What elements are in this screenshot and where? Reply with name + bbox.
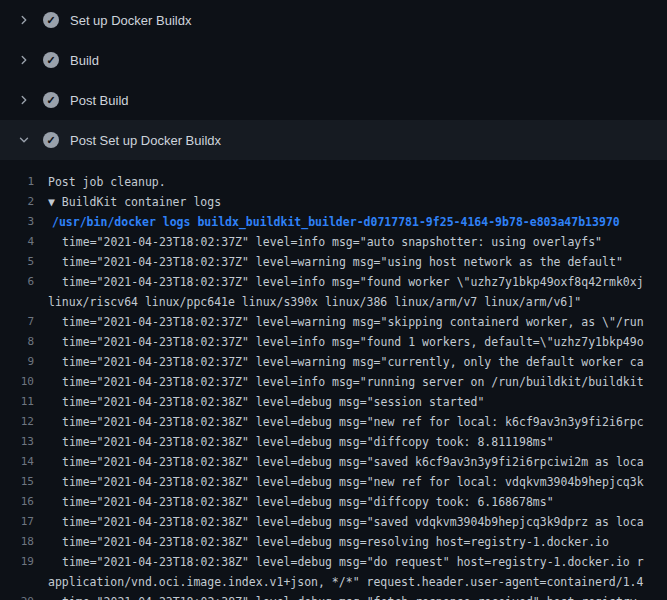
- log-line: 11time="2021-04-23T18:02:38Z" level=debu…: [0, 392, 667, 412]
- log-text: Post job cleanup.: [48, 172, 166, 192]
- check-circle-icon: ✓: [43, 132, 59, 148]
- log-line: 7time="2021-04-23T18:02:37Z" level=warni…: [0, 312, 667, 332]
- log-line: 8time="2021-04-23T18:02:37Z" level=info …: [0, 332, 667, 352]
- log-text: time="2021-04-23T18:02:38Z" level=debug …: [48, 472, 644, 492]
- section-title: Post Build: [70, 94, 129, 107]
- log-line-number[interactable]: 11: [0, 392, 48, 412]
- log-text: time="2021-04-23T18:02:37Z" level=info m…: [48, 372, 644, 392]
- step-sections: ✓Set up Docker Buildx✓Build✓Post Build✓P…: [0, 0, 667, 160]
- log-text: time="2021-04-23T18:02:38Z" level=debug …: [48, 492, 554, 512]
- log-text: time="2021-04-23T18:02:38Z" level=debug …: [48, 592, 637, 600]
- log-text: time="2021-04-23T18:02:37Z" level=warnin…: [48, 252, 623, 272]
- log-line-number[interactable]: 10: [0, 372, 48, 392]
- log-line-number[interactable]: 6: [0, 272, 48, 292]
- log-line: 12time="2021-04-23T18:02:38Z" level=debu…: [0, 412, 667, 432]
- log-line: 5time="2021-04-23T18:02:37Z" level=warni…: [0, 252, 667, 272]
- log-command-text: /usr/bin/docker logs buildx_buildkit_bui…: [48, 212, 620, 232]
- log-line-number[interactable]: 1: [0, 172, 48, 192]
- log-line-number[interactable]: 16: [0, 492, 48, 512]
- log-line-number[interactable]: 20: [0, 592, 48, 600]
- log-line-number[interactable]: 15: [0, 472, 48, 492]
- log-text: linux/riscv64 linux/ppc641e linux/s390x …: [48, 292, 581, 312]
- check-circle-icon: ✓: [43, 92, 59, 108]
- chevron-right-icon: [16, 52, 32, 68]
- check-circle-icon: ✓: [43, 12, 59, 28]
- section-header-build[interactable]: ✓Build: [0, 40, 667, 80]
- log-text: time="2021-04-23T18:02:37Z" level=info m…: [48, 272, 644, 292]
- log-line: 16time="2021-04-23T18:02:38Z" level=debu…: [0, 492, 667, 512]
- log-line: 14time="2021-04-23T18:02:38Z" level=debu…: [0, 452, 667, 472]
- log-line: 10time="2021-04-23T18:02:37Z" level=info…: [0, 372, 667, 392]
- log-text: time="2021-04-23T18:02:38Z" level=debug …: [48, 452, 644, 472]
- log-text: time="2021-04-23T18:02:37Z" level=info m…: [48, 332, 644, 352]
- log-line-number[interactable]: 5: [0, 252, 48, 272]
- log-text: time="2021-04-23T18:02:37Z" level=warnin…: [48, 312, 644, 332]
- log-text: time="2021-04-23T18:02:38Z" level=debug …: [48, 392, 484, 412]
- log-line: 17time="2021-04-23T18:02:38Z" level=debu…: [0, 512, 667, 532]
- log-line-number[interactable]: 7: [0, 312, 48, 332]
- log-line: 3/usr/bin/docker logs buildx_buildkit_bu…: [0, 212, 667, 232]
- log-text: time="2021-04-23T18:02:38Z" level=debug …: [48, 532, 609, 552]
- section-title: Build: [70, 54, 99, 67]
- section-header-post-set-up-docker-buildx[interactable]: ✓Post Set up Docker Buildx: [0, 120, 667, 160]
- log-line: 19time="2021-04-23T18:02:38Z" level=debu…: [0, 552, 667, 572]
- log-line: 13time="2021-04-23T18:02:38Z" level=debu…: [0, 432, 667, 452]
- section-title: Post Set up Docker Buildx: [70, 134, 221, 147]
- log-line-number[interactable]: 3: [0, 212, 48, 232]
- chevron-right-icon: [16, 92, 32, 108]
- log-line: 9time="2021-04-23T18:02:37Z" level=warni…: [0, 352, 667, 372]
- log-text: time="2021-04-23T18:02:38Z" level=debug …: [48, 552, 644, 572]
- log-line-number[interactable]: 8: [0, 332, 48, 352]
- log-line-number[interactable]: 2: [0, 192, 48, 212]
- section-header-set-up-docker-buildx[interactable]: ✓Set up Docker Buildx: [0, 0, 667, 40]
- log-line: 6time="2021-04-23T18:02:37Z" level=info …: [0, 272, 667, 292]
- log-line: 2▼ BuildKit container logs: [0, 192, 667, 212]
- section-header-post-build[interactable]: ✓Post Build: [0, 80, 667, 120]
- log-line: linux/riscv64 linux/ppc641e linux/s390x …: [0, 292, 667, 312]
- log-line-number[interactable]: 12: [0, 412, 48, 432]
- log-line-number[interactable]: 19: [0, 552, 48, 572]
- log-line-number[interactable]: 9: [0, 352, 48, 372]
- section-title: Set up Docker Buildx: [70, 14, 191, 27]
- check-circle-icon: ✓: [43, 52, 59, 68]
- log-line-number[interactable]: 14: [0, 452, 48, 472]
- log-group-toggle[interactable]: ▼ BuildKit container logs: [48, 192, 221, 212]
- log-text: time="2021-04-23T18:02:38Z" level=debug …: [48, 412, 644, 432]
- log-line: 15time="2021-04-23T18:02:38Z" level=debu…: [0, 472, 667, 492]
- log-line-number[interactable]: 13: [0, 432, 48, 452]
- actions-log-viewer: ✓Set up Docker Buildx✓Build✓Post Build✓P…: [0, 0, 667, 600]
- log-text: time="2021-04-23T18:02:37Z" level=warnin…: [48, 352, 644, 372]
- log-line: 1Post job cleanup.: [0, 172, 667, 192]
- chevron-down-icon: [16, 132, 32, 148]
- log-line: 18time="2021-04-23T18:02:38Z" level=debu…: [0, 532, 667, 552]
- chevron-right-icon: [16, 12, 32, 28]
- log-line: application/vnd.oci.image.index.v1+json,…: [0, 572, 667, 592]
- log-line-number[interactable]: 18: [0, 532, 48, 552]
- log-text: application/vnd.oci.image.index.v1+json,…: [48, 572, 643, 592]
- log-text: time="2021-04-23T18:02:37Z" level=info m…: [48, 232, 602, 252]
- log-line: 20time="2021-04-23T18:02:38Z" level=debu…: [0, 592, 667, 600]
- log-text: time="2021-04-23T18:02:38Z" level=debug …: [48, 512, 644, 532]
- log-text: time="2021-04-23T18:02:38Z" level=debug …: [48, 432, 554, 452]
- log-line-number[interactable]: 17: [0, 512, 48, 532]
- log-area: 1Post job cleanup.2▼ BuildKit container …: [0, 160, 667, 600]
- log-line: 4time="2021-04-23T18:02:37Z" level=info …: [0, 232, 667, 252]
- log-line-number[interactable]: 4: [0, 232, 48, 252]
